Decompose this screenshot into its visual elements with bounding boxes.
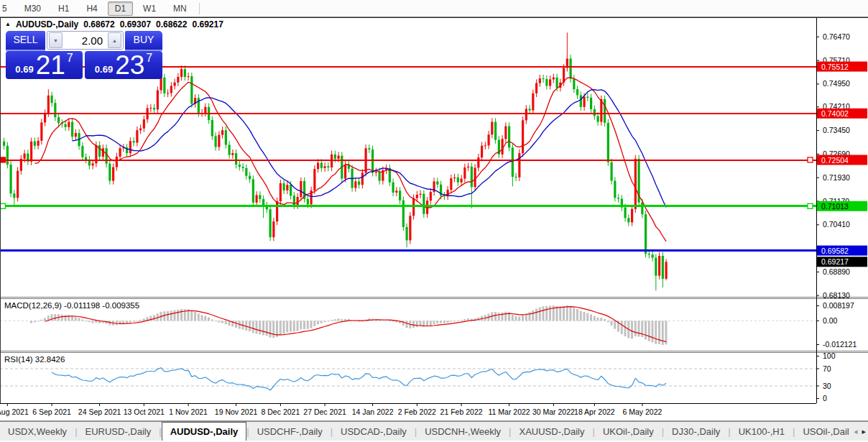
chart-tab-audusd-daily[interactable]: AUDUSD-,Daily [162,422,247,441]
date-label: 6 May 2022 [622,408,662,416]
rsi-axis-label: 30 [823,382,831,390]
chart-window: 0.764700.757100.749500.742100.734500.726… [0,17,868,421]
macd-axis-label: -0.012121 [823,340,857,349]
macd-axis-label: 0.008197 [823,301,854,310]
period-button-w1[interactable]: W1 [136,1,163,16]
chart-tab-ukoil-daily[interactable]: UKOil-,Daily [595,422,662,441]
rsi-axis-label: 70 [823,364,831,373]
buy-price-small: 0.69 [95,64,113,75]
tab-scroll-arrows: ◂ ▸ [849,422,866,441]
ohlc-high: 0.69307 [120,19,151,29]
macd-indicator-label: MACD(12,26,9) -0.011198 -0.009355 [4,301,139,310]
y-tick-label: 0.73450 [823,126,850,134]
symbol-tab-bar: USDX,Weekly|EURUSD-,Daily|AUDUSD-,Daily|… [0,421,868,441]
date-label: 8 Dec 2021 [262,408,300,416]
rsi-axis-label: 0 [823,394,827,402]
period-button-mn[interactable]: MN [166,1,194,16]
sell-price-sup: 7 [67,52,73,65]
y-tick-label: 0.68130 [823,291,850,300]
date-label: 18 Apr 2022 [574,408,615,416]
ohlc-close: 0.69217 [192,19,223,29]
period-button-h4[interactable]: H4 [79,1,104,16]
price-label-0.75512: 0.75512 [821,63,849,71]
period-button-h1[interactable]: H1 [51,1,76,16]
current-price-label: 0.69217 [821,257,849,266]
date-axis: 18 Aug 20216 Sep 202124 Sep 202113 Oct 2… [0,403,662,416]
ohlc-open: 0.68672 [83,19,114,29]
sell-price-small: 0.69 [15,64,33,75]
date-label: 21 Feb 2022 [440,408,483,416]
date-label: 1 Nov 2021 [169,408,208,416]
timeframe-toolbar: 5M30H1H4D1W1MN [0,0,868,17]
buy-price-button[interactable]: 0.69 23 7 [85,51,162,79]
date-label: 2 Feb 2022 [398,408,436,416]
ohlc-low: 0.68622 [156,19,187,29]
price-label-0.71013: 0.71013 [821,202,849,211]
line-left-handle [1,157,6,162]
date-label: 14 Jan 2022 [352,408,394,416]
chart-symbol-label: AUDUSD-,Daily [16,19,78,29]
one-click-trading-panel: SELL ▼ 2.00 ▲ BUY 0.69 21 7 0.69 23 7 [6,31,162,79]
date-label: 24 Sep 2021 [78,408,121,416]
date-label: 18 Aug 2021 [0,408,29,416]
spread-decrease-button[interactable]: ▼ [49,32,63,48]
spread-increase-button[interactable]: ▲ [108,32,121,48]
chart-tab-usdcad-daily[interactable]: USDCAD-,Daily [333,422,415,441]
chart-tab-usdx-weekly[interactable]: USDX,Weekly [0,422,75,441]
y-tick-label: 0.68890 [823,267,850,276]
y-tick-label: 0.71930 [823,173,850,182]
y-tick-label: 0.76470 [823,32,850,41]
tab-scroll-right-icon[interactable]: ▸ [862,427,866,436]
spread-control: ▼ 2.00 ▲ [47,31,124,50]
line-left-handle [1,203,6,208]
line-right-handle [808,157,813,162]
price-label-0.69582: 0.69582 [821,247,849,255]
date-label: 13 Oct 2021 [124,408,165,416]
price-label-0.74002: 0.74002 [821,109,849,118]
indicator-axes: 0.0081970.00-0.01212110070300 [816,301,857,402]
date-label: 27 Dec 2021 [303,408,346,416]
chart-tab-usdcnh-weekly[interactable]: USDCNH-,Weekly [417,422,509,441]
sell-price-big: 21 [36,51,65,79]
line-right-handle [808,203,813,208]
chart-tab-usdchf-daily[interactable]: USDCHF-,Daily [249,422,331,441]
chart-title: ▲ AUDUSD-,Daily 0.68672 0.69307 0.68622 … [5,19,223,29]
chart-tab-xauusd-daily[interactable]: XAUUSD-,Daily [512,422,593,441]
date-label: 30 Mar 2022 [532,408,575,416]
price-label-0.72504: 0.72504 [821,156,849,165]
sell-button[interactable]: SELL [6,31,45,51]
spread-value-field[interactable]: 2.00 [64,34,106,47]
chart-tab-dj30-daily[interactable]: DJ30-,Daily [664,422,728,441]
buy-button[interactable]: BUY [125,31,162,51]
tab-scroll-left-icon[interactable]: ◂ [854,427,858,436]
chart-tab-eurusd-daily[interactable]: EURUSD-,Daily [78,422,160,441]
chart-tab-uk100-h1[interactable]: UK100-,H1 [731,422,793,441]
date-label: 19 Nov 2021 [215,408,258,416]
macd-axis-label: 0.00 [823,316,838,325]
collapse-triangle-icon[interactable]: ▲ [5,21,11,27]
rsi-axis-label: 100 [823,351,836,360]
sell-price-button[interactable]: 0.69 21 7 [6,51,83,79]
y-tick-label: 0.70410 [823,220,850,229]
period-button-d1[interactable]: D1 [108,1,133,16]
date-label: 11 Mar 2022 [489,408,530,416]
period-button-5[interactable]: 5 [0,1,14,16]
date-label: 6 Sep 2021 [32,408,71,416]
rsi-panel-surface[interactable] [0,353,816,403]
period-button-m30[interactable]: M30 [17,1,48,16]
buy-price-sup: 7 [146,52,152,65]
y-tick-label: 0.74950 [823,79,850,88]
toolbar-separator [199,3,200,14]
rsi-indicator-label: RSI(14) 32.8426 [4,355,65,364]
buy-price-big: 23 [115,51,144,79]
